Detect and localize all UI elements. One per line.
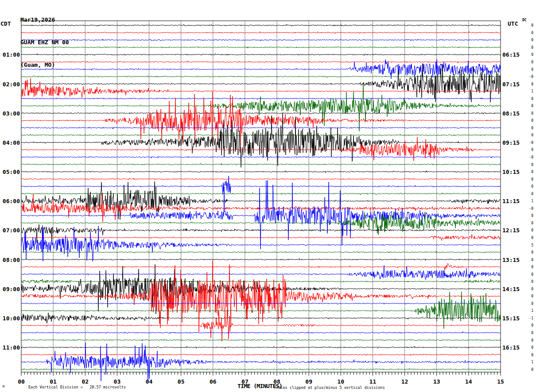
x-tick-label: 03 [114,378,121,385]
dc-offset-value: 0 [531,338,533,342]
hour-label-right: 08:15 [502,110,520,117]
x-tick-label: 04 [146,378,153,385]
right-timezone-label: UTC [508,20,518,27]
dc-offset-value: 1 [531,89,533,93]
dc-offset-value: 0 [531,148,533,152]
trace-row-33 [21,263,501,270]
dc-offset-value: 0 [531,331,533,335]
dc-offset-value: 0 [531,46,533,50]
trace-row-14 [21,127,501,129]
trace-row-19 [21,163,501,165]
dc-offset-value: 0 [531,53,533,57]
header-location: (Guam, MO) [20,61,69,69]
trace-row-36 [21,265,501,314]
dc-offset-value: -0 [529,75,533,79]
dc-offset-value: 1 [531,199,533,203]
hour-label-left: 04:00 [3,139,20,146]
hour-label-right: 15:15 [502,315,520,322]
x-tick-label: 01 [50,378,57,385]
trace-row-3 [21,46,501,48]
dc-offset-value: 0 [531,353,533,357]
header-date: Mar19,2026 [20,16,69,23]
trace-row-34 [21,265,501,280]
dc-offset-value: 0 [531,82,533,86]
hour-label-left: 10:00 [3,315,20,322]
hour-label-right: 16:15 [502,344,520,351]
dc-offset-value: 0 [531,302,533,306]
dc-offset-value: 0 [531,111,533,115]
hour-label-left: 01:00 [3,51,20,58]
trace-row-20 [21,171,501,173]
x-tick-label: 10 [338,378,345,385]
dc-offset-value: -0 [529,141,533,145]
trace-row-2 [21,39,501,41]
header: Mar19,2026 GUAM EHZ NM 00 (Guam, MO) [20,1,69,84]
x-tick-label: 11 [369,378,377,385]
dc-offset-value: 0 [531,258,533,262]
trace-row-43 [21,339,501,341]
dc-offset-value: 0 [531,119,533,123]
dc-offset-value: 0 [531,97,533,101]
hour-label-right: 13:15 [502,257,520,263]
dc-offset-value: 0 [531,68,533,72]
dc-offset-value: 0 [531,192,533,196]
dc-offset-value: 1 [531,309,533,313]
dc-offset-value: 0 [531,323,533,327]
hour-label-left: 07:00 [3,227,20,234]
dc-offset-value: 0 [531,221,533,225]
hour-label-right: 09:15 [502,139,520,146]
helicorder-page: 00010203040506070809101112131415000001:0… [0,0,536,392]
hour-label-left: 02:00 [3,81,20,88]
trace-row-44 [21,346,501,349]
dc-offset-value: 0 [531,126,533,130]
trace-row-21 [21,178,501,180]
x-tick-label: 09 [305,378,312,385]
hour-label-right: 10:15 [502,169,520,175]
trace-row-12 [21,112,501,114]
dc-offset-value: 0 [531,265,533,269]
trace-row-8 [21,64,501,103]
x-tick-label: 00 [18,378,25,385]
trace-row-1 [21,32,501,34]
trace-row-42 [21,332,501,334]
hour-label-right: 07:15 [502,81,520,88]
x-tick-label: 13 [433,378,440,385]
dc-offset-value: 0 [531,236,533,240]
trace-row-16 [21,113,501,167]
dc-offset-value: 0 [531,214,533,218]
header-station: GUAM EHZ NM 00 [20,38,69,46]
hour-label-left: 11:00 [3,344,20,351]
trace-row-40 [21,313,501,323]
x-tick-label: 14 [465,378,472,385]
trace-row-4 [21,54,501,56]
hour-label-left: 05:00 [3,169,20,175]
trace-row-26 [21,181,501,249]
dc-offset-value: 1 [531,360,533,364]
x-tick-label: 06 [210,378,217,385]
trace-row-45 [21,354,501,356]
hour-label-right: 06:15 [502,51,520,58]
hour-label-right: 14:15 [502,286,520,292]
trace-row-47 [21,368,501,370]
trace-row-10 [21,98,501,100]
hour-label-left: 08:00 [3,257,20,263]
dc-offset-value: -0 [529,207,533,211]
x-tick-label: 12 [401,378,408,385]
left-timezone-label: CDT [0,20,11,27]
trace-row-35 [21,279,501,283]
hour-label-right: 11:15 [502,198,520,204]
dc-offset-value: 5 [531,243,533,247]
hour-label-left: 03:00 [3,110,20,117]
dc-offset-value: -0 [529,155,533,159]
trace-row-37 [21,261,501,332]
dc-offset-value: 0 [531,184,533,188]
dc-offset-value: 0 [531,177,533,181]
trace-row-7 [21,76,501,78]
dc-offset-value: 0 [531,133,533,137]
dc-column-header: DC [522,18,527,22]
helicorder-plot: 00010203040506070809101112131415000001:0… [0,0,536,392]
dc-offset-value: 0 [531,280,533,284]
dc-offset-value: 0 [531,294,533,298]
x-tick-label: 05 [178,378,185,385]
watermark: M [3,385,4,388]
